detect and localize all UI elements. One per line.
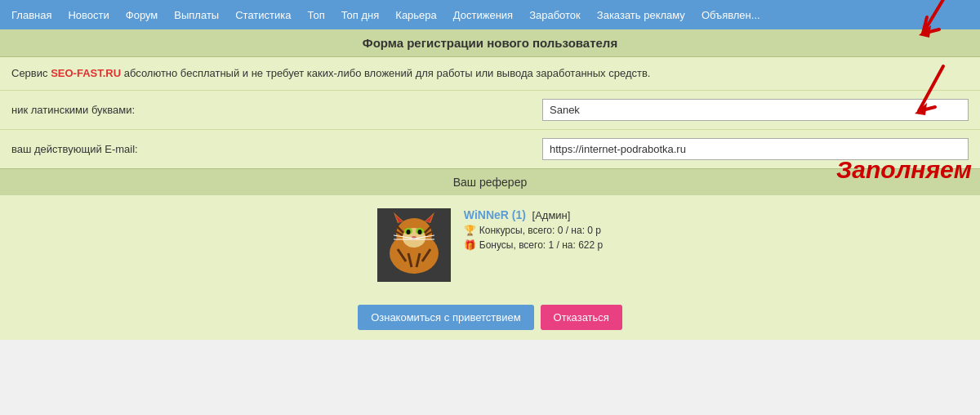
form-header: Форма регистрации нового пользователя: [0, 29, 980, 57]
form-header-text: Форма регистрации нового пользователя: [363, 36, 617, 50]
email-label: ваш действующий E-mail:: [11, 143, 542, 155]
nav-home[interactable]: Главная: [3, 2, 60, 28]
info-prefix: Сервис: [11, 67, 51, 79]
gift-icon: 🎁: [464, 239, 476, 251]
referrer-body: WiNNeR (1) [Админ] 🏆 Конкурсы, всего: 0 …: [0, 195, 980, 295]
referrer-avatar: [377, 208, 451, 282]
email-row: ваш действующий E-mail:: [0, 129, 980, 168]
svg-point-12: [406, 230, 410, 234]
referrer-name-row: WiNNeR (1) [Админ]: [464, 208, 603, 221]
nick-input[interactable]: [542, 99, 969, 121]
svg-point-14: [412, 236, 416, 239]
referrer-role: [Админ]: [532, 209, 571, 221]
nav-payments[interactable]: Выплаты: [166, 2, 227, 28]
main-nav: Главная Новости Форум Выплаты Статистика…: [0, 0, 980, 29]
nav-stats[interactable]: Статистика: [227, 2, 299, 28]
tiger-image: [377, 208, 451, 282]
main-content: Форма регистрации нового пользователя Се…: [0, 29, 980, 340]
contests-label: Конкурсы, всего: 0 / на: 0 р: [479, 225, 601, 236]
buttons-row: Ознакомиться с приветствием Отказаться: [0, 295, 980, 340]
nav-top[interactable]: Топ: [299, 2, 332, 28]
bonuses-label: Бонусы, всего: 1 / на: 622 р: [479, 239, 603, 251]
referrer-info: WiNNeR (1) [Админ] 🏆 Конкурсы, всего: 0 …: [464, 208, 603, 251]
nav-announce[interactable]: Объявлен...: [693, 2, 768, 28]
brand-dot: .RU: [103, 67, 121, 79]
referrer-header-text: Ваш реферер: [453, 176, 527, 189]
nav-career[interactable]: Карьера: [387, 2, 445, 28]
form-section: ник латинскими буквами: ваш действующий …: [0, 91, 980, 168]
nav-news[interactable]: Новости: [60, 2, 117, 28]
referrer-name: WiNNeR (1): [464, 208, 526, 221]
accept-button[interactable]: Ознакомиться с приветствием: [358, 305, 533, 330]
nav-achievements[interactable]: Достижения: [445, 2, 521, 28]
decline-button[interactable]: Отказаться: [541, 305, 622, 330]
nav-forum[interactable]: Форум: [118, 2, 167, 28]
nick-row: ник латинскими буквами:: [0, 91, 980, 129]
info-block: Сервис SEO-FAST.RU абсолютно бесплатный …: [0, 57, 980, 91]
info-suffix: абсолютно бесплатный и не требует каких-…: [121, 67, 650, 79]
nav-advertise[interactable]: Заказать рекламу: [589, 2, 693, 28]
zapolnyaem-annotation: Заполняем: [836, 156, 972, 184]
nick-label: ник латинскими буквами:: [11, 104, 542, 116]
nav-top-day[interactable]: Топ дня: [333, 2, 388, 28]
referrer-bonuses: 🎁 Бонусы, всего: 1 / на: 622 р: [464, 239, 603, 251]
nav-earnings[interactable]: Заработок: [521, 2, 589, 28]
trophy-icon: 🏆: [464, 225, 476, 236]
referrer-contests: 🏆 Конкурсы, всего: 0 / на: 0 р: [464, 225, 603, 236]
brand-name: SEO-FAST: [51, 67, 103, 79]
form-fields: ник латинскими буквами: ваш действующий …: [0, 91, 980, 168]
referrer-header: Ваш реферер: [0, 168, 980, 195]
svg-point-13: [417, 230, 421, 234]
